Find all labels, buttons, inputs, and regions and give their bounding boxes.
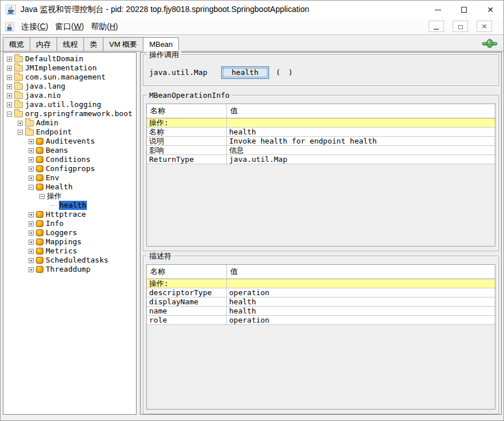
table-row-影响[interactable]: 影响信息 [147, 146, 495, 155]
table-row-descriptorType[interactable]: descriptorTypeoperation [147, 288, 495, 297]
close-icon: ✕ [487, 6, 494, 14]
tree-node-label: Mappings [46, 237, 82, 247]
tree-node-Conditions[interactable]: +Conditions [3, 155, 136, 164]
expand-icon[interactable]: + [7, 75, 12, 80]
collapse-icon[interactable]: − [18, 130, 23, 135]
tree-node-JMImplementation[interactable]: +JMImplementation [3, 63, 136, 73]
tree-node-操作[interactable]: −操作 [3, 192, 136, 201]
tree-node-Mappings[interactable]: +Mappings [3, 237, 136, 247]
tree-node-label: org.springframework.boot [25, 109, 133, 118]
tree-node-java.util.logging[interactable]: +java.util.logging [3, 100, 136, 109]
tree-node-Loggers[interactable]: +Loggers [3, 228, 136, 237]
expand-icon[interactable]: + [29, 157, 34, 162]
table-row-操作[interactable]: 操作: [147, 118, 495, 128]
tab-vm-summary[interactable]: VM 概要 [103, 37, 143, 51]
expand-icon[interactable]: + [29, 267, 34, 272]
tree-node-Metrics[interactable]: +Metrics [3, 247, 136, 256]
expand-icon[interactable]: + [29, 139, 34, 144]
collapse-icon[interactable]: − [39, 194, 45, 199]
tree-node-java.lang[interactable]: +java.lang [3, 82, 136, 91]
cell-name: 名称 [147, 128, 227, 136]
operation-invocation-group: 操作调用 java.util.Map health ( ) [143, 54, 499, 86]
collapse-icon[interactable]: − [7, 112, 12, 117]
tree-node-Endpoint[interactable]: −Endpoint [3, 128, 136, 137]
table-row-说明[interactable]: 说明Invoke health for endpoint health [147, 137, 495, 146]
mdi-minimize-button[interactable] [429, 21, 444, 32]
menu-help[interactable]: 帮助(H) [91, 22, 118, 32]
tree-node-Health[interactable]: −Health [3, 182, 136, 192]
connection-status-icon [482, 38, 498, 49]
expand-icon[interactable]: + [18, 121, 23, 126]
tree-node-Admin[interactable]: +Admin [3, 118, 136, 128]
menu-window[interactable]: 窗口(W) [55, 22, 84, 32]
menu-connection[interactable]: 连接(C) [21, 22, 48, 32]
expand-icon[interactable]: + [7, 93, 12, 98]
java-frame-icon [5, 22, 14, 31]
window-close-button[interactable]: ✕ [477, 1, 503, 19]
column-header-value[interactable]: 值 [227, 265, 495, 279]
tab-mbean[interactable]: MBean [143, 37, 179, 51]
tree-node-Httptrace[interactable]: +Httptrace [3, 210, 136, 219]
tab-overview[interactable]: 概览 [3, 37, 30, 51]
tree-node-Configprops[interactable]: +Configprops [3, 164, 136, 173]
mbean-icon [36, 147, 43, 154]
tree-node-Scheduledtasks[interactable]: +Scheduledtasks [3, 256, 136, 265]
expand-icon[interactable]: + [29, 176, 34, 181]
tab-classes[interactable]: 类 [83, 37, 103, 51]
expand-icon[interactable]: + [29, 221, 34, 227]
tree-node-Env[interactable]: +Env [3, 173, 136, 182]
column-header-name[interactable]: 名称 [147, 104, 227, 118]
table-row-displayName[interactable]: displayNamehealth [147, 297, 495, 307]
expand-icon[interactable]: + [7, 84, 12, 89]
cell-name: displayName [147, 297, 227, 306]
window-maximize-button[interactable] [451, 1, 477, 19]
tree-node-java.nio[interactable]: +java.nio [3, 91, 136, 100]
tree-node-label: 操作 [47, 192, 62, 201]
expand-icon[interactable]: + [29, 148, 34, 153]
table-row-ReturnType[interactable]: ReturnTypejava.util.Map [147, 155, 495, 164]
expand-icon[interactable]: + [29, 166, 34, 172]
expand-icon[interactable]: + [29, 240, 34, 245]
expand-icon[interactable]: + [29, 258, 34, 263]
cell-name: descriptorType [147, 288, 227, 297]
mbean-operation-info-group: MBeanOperationInfo 名称值操作:名称health说明Invok… [143, 95, 499, 251]
tree-node-DefaultDomain[interactable]: +DefaultDomain [3, 54, 136, 63]
tree-node-org.springframework.boot[interactable]: −org.springframework.boot [3, 109, 136, 118]
minimize-icon [435, 10, 441, 10]
cell-name: 操作: [147, 118, 227, 127]
expand-icon[interactable]: + [7, 66, 12, 71]
tree-node-label: Info [46, 219, 63, 228]
tree-node-com.sun.management[interactable]: +com.sun.management [3, 73, 136, 82]
window-minimize-button[interactable] [425, 1, 451, 19]
tree-node-Info[interactable]: +Info [3, 219, 136, 228]
folder-icon [14, 84, 23, 90]
column-header-value[interactable]: 值 [227, 104, 495, 118]
collapse-icon[interactable]: − [29, 185, 34, 190]
mdi-restore-button[interactable] [453, 21, 468, 32]
mdi-close-icon: ✕ [482, 23, 487, 30]
tree-node-label: java.lang [25, 82, 65, 91]
tree-node-health[interactable]: health [3, 201, 136, 210]
cell-value: operation [227, 288, 495, 297]
tab-threads[interactable]: 线程 [57, 37, 84, 51]
detail-panel: 操作调用 java.util.Map health ( ) MBeanOpera… [140, 52, 502, 415]
expand-icon[interactable]: + [29, 231, 34, 236]
table-row-名称[interactable]: 名称health [147, 128, 495, 137]
expand-icon[interactable]: + [29, 212, 34, 217]
tree-node-Beans[interactable]: +Beans [3, 146, 136, 155]
tab-memory[interactable]: 内存 [30, 37, 57, 51]
tree-node-Threaddump[interactable]: +Threaddump [3, 265, 136, 274]
tree-node-Auditevents[interactable]: +Auditevents [3, 137, 136, 146]
cell-name: 说明 [147, 137, 227, 145]
expand-icon[interactable]: + [7, 57, 12, 62]
table-row-操作[interactable]: 操作: [147, 279, 495, 288]
column-header-name[interactable]: 名称 [147, 265, 227, 279]
mdi-close-button[interactable]: ✕ [477, 21, 492, 32]
expand-icon[interactable]: + [7, 102, 12, 108]
invoke-health-button[interactable]: health [221, 66, 269, 79]
table-row-role[interactable]: roleoperation [147, 316, 495, 325]
table-row-name[interactable]: namehealth [147, 307, 495, 316]
expand-icon[interactable]: + [29, 249, 34, 254]
operation-return-type: java.util.Map [149, 68, 207, 77]
mbean-icon [36, 174, 43, 181]
